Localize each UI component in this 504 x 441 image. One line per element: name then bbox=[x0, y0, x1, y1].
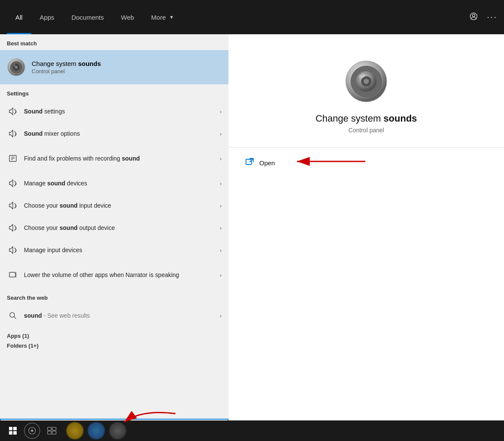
tab-more-label: More bbox=[151, 14, 166, 21]
tab-all[interactable]: All bbox=[7, 0, 31, 34]
sound-output-icon bbox=[7, 224, 19, 232]
right-title-bold: sounds bbox=[383, 113, 417, 124]
settings-item-sound-settings[interactable]: Sound settings › bbox=[0, 100, 228, 122]
settings-item-sound-mixer[interactable]: Sound mixer options › bbox=[0, 122, 228, 145]
bottom-labels: Apps (1) Folders (1+) bbox=[0, 327, 228, 352]
tab-apps-label: Apps bbox=[40, 14, 54, 21]
narrator-icon bbox=[7, 271, 19, 279]
sound-mixer-text: Sound mixer options bbox=[24, 130, 216, 137]
web-search-label: Search the web bbox=[0, 289, 228, 304]
best-match-label: Best match bbox=[0, 34, 228, 50]
svg-rect-11 bbox=[9, 272, 15, 277]
tab-all-label: All bbox=[15, 14, 23, 21]
sound-output-text: Choose your sound output device bbox=[24, 224, 216, 232]
task-view-button[interactable] bbox=[44, 423, 60, 439]
web-search-item[interactable]: sound - See web results › bbox=[0, 304, 228, 327]
manage-devices-icon bbox=[7, 179, 19, 187]
settings-item-manage-devices[interactable]: Manage sound devices › bbox=[0, 172, 228, 194]
chevron-down-icon: ▼ bbox=[169, 15, 174, 20]
settings-item-narrator[interactable]: Lower the volume of other apps when Narr… bbox=[0, 261, 228, 289]
open-row[interactable]: Open bbox=[246, 158, 504, 168]
narrator-text: Lower the volume of other apps when Narr… bbox=[24, 271, 216, 279]
best-match-icon bbox=[7, 58, 26, 77]
folders-label: Folders (1+) bbox=[7, 341, 222, 351]
start-button[interactable] bbox=[5, 423, 21, 438]
left-panel: Best match bbox=[0, 34, 228, 441]
right-icon-wrap bbox=[345, 60, 388, 103]
svg-point-6 bbox=[14, 65, 15, 66]
best-match-text: Change system sounds Control panel bbox=[32, 60, 222, 74]
svg-line-13 bbox=[14, 317, 16, 319]
best-match-title: Change system sounds bbox=[32, 60, 222, 67]
svg-rect-29 bbox=[13, 431, 17, 435]
apps-label: Apps (1) bbox=[7, 331, 222, 341]
chevron-right-icon-5: › bbox=[220, 203, 222, 209]
svg-rect-27 bbox=[13, 427, 17, 430]
more-options-icon[interactable]: ··· bbox=[487, 12, 497, 23]
manage-devices-text: Manage sound devices bbox=[24, 179, 216, 187]
svg-point-31 bbox=[31, 429, 33, 432]
manage-input-icon bbox=[7, 246, 19, 254]
chevron-right-icon-6: › bbox=[220, 225, 222, 231]
chevron-right-icon-9: › bbox=[220, 313, 222, 319]
taskbar-app-2[interactable] bbox=[88, 422, 105, 439]
web-search-text: sound - See web results bbox=[24, 312, 216, 319]
chevron-right-icon-3: › bbox=[220, 155, 222, 162]
tab-web[interactable]: Web bbox=[113, 0, 143, 34]
chevron-right-icon: › bbox=[220, 108, 222, 115]
svg-rect-22 bbox=[246, 159, 252, 164]
right-title: Change system sounds bbox=[315, 113, 417, 124]
chevron-right-icon-2: › bbox=[220, 131, 222, 137]
settings-item-sound-output[interactable]: Choose your sound output device › bbox=[0, 217, 228, 239]
web-search-icon bbox=[7, 312, 19, 319]
tab-documents[interactable]: Documents bbox=[63, 0, 113, 34]
svg-point-20 bbox=[364, 79, 369, 84]
sound-mixer-icon bbox=[7, 130, 19, 137]
top-nav: All Apps Documents Web More ▼ bbox=[0, 0, 504, 34]
svg-rect-28 bbox=[9, 431, 12, 435]
svg-point-1 bbox=[472, 14, 475, 17]
nav-right: ··· bbox=[469, 12, 497, 23]
nav-tabs: All Apps Documents Web More ▼ bbox=[7, 0, 182, 34]
sound-input-text: Choose your sound input device bbox=[24, 202, 216, 209]
svg-rect-32 bbox=[47, 427, 51, 430]
chevron-right-icon-7: › bbox=[220, 247, 222, 253]
profile-icon[interactable] bbox=[469, 12, 478, 23]
fix-recording-text: Find and fix problems with recording sou… bbox=[24, 155, 216, 162]
chevron-right-icon-8: › bbox=[220, 272, 222, 278]
settings-item-fix-recording[interactable]: Find and fix problems with recording sou… bbox=[0, 145, 228, 172]
svg-rect-33 bbox=[52, 427, 56, 430]
svg-point-5 bbox=[15, 66, 18, 69]
cortana-button[interactable] bbox=[24, 423, 40, 439]
taskbar-app-3[interactable] bbox=[109, 422, 126, 439]
svg-rect-35 bbox=[52, 431, 56, 434]
sound-input-icon bbox=[7, 202, 19, 209]
tab-documents-label: Documents bbox=[71, 14, 104, 21]
main-content: Best match bbox=[0, 34, 504, 441]
right-panel: Change system sounds Control panel Open bbox=[228, 34, 504, 441]
right-subtitle: Control panel bbox=[348, 127, 384, 134]
big-speaker-icon bbox=[345, 60, 388, 103]
svg-rect-26 bbox=[9, 427, 12, 430]
svg-rect-34 bbox=[47, 431, 51, 434]
settings-item-sound-input[interactable]: Choose your sound input device › bbox=[0, 194, 228, 217]
taskbar-apps bbox=[65, 422, 127, 439]
tab-more[interactable]: More ▼ bbox=[142, 0, 182, 34]
open-icon bbox=[246, 158, 254, 168]
best-match-subtitle: Control panel bbox=[32, 68, 222, 74]
taskbar bbox=[0, 420, 504, 441]
settings-item-manage-input[interactable]: Manage input devices › bbox=[0, 239, 228, 261]
settings-label: Settings bbox=[0, 84, 228, 100]
open-label: Open bbox=[259, 159, 275, 167]
manage-input-text: Manage input devices bbox=[24, 246, 216, 254]
chevron-right-icon-4: › bbox=[220, 180, 222, 187]
sound-settings-icon bbox=[7, 107, 19, 115]
tab-web-label: Web bbox=[121, 14, 134, 21]
right-divider bbox=[228, 147, 504, 148]
best-match-item[interactable]: Change system sounds Control panel bbox=[0, 50, 228, 84]
tab-apps[interactable]: Apps bbox=[31, 0, 63, 34]
open-row-container: Open bbox=[228, 158, 504, 168]
taskbar-app-1[interactable] bbox=[66, 422, 83, 439]
fix-recording-icon bbox=[7, 155, 19, 162]
settings-item-text: Sound settings bbox=[24, 107, 216, 115]
